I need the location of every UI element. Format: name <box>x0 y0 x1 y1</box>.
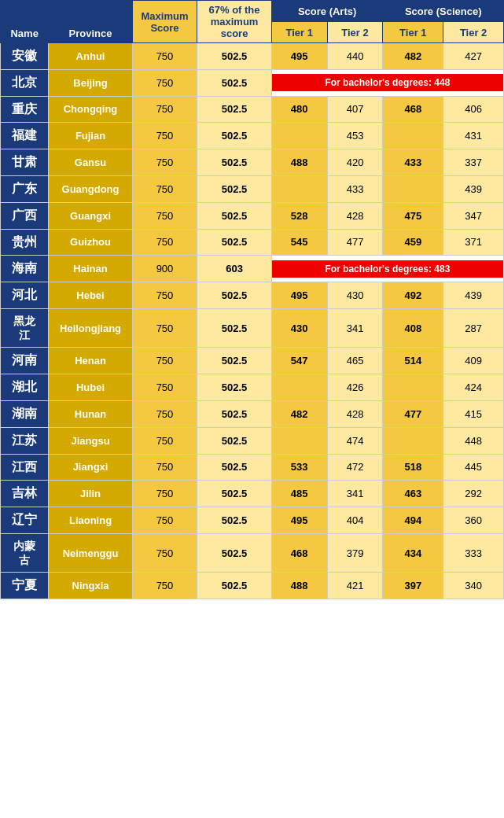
cell-province: Beijing <box>49 69 132 96</box>
cell-sci-tier2: 360 <box>443 507 504 534</box>
cell-sci-tier1: 434 <box>383 533 443 572</box>
cell-max-score: 750 <box>132 229 197 256</box>
cell-max-score: 750 <box>132 454 197 481</box>
cell-arts-tier2: 474 <box>327 427 383 454</box>
cell-max-score: 750 <box>132 96 197 123</box>
cell-arts-tier2: 379 <box>327 533 383 572</box>
cell-province: Hubei <box>49 374 132 401</box>
cell-sci-tier1: 468 <box>383 96 443 123</box>
cell-name: 吉林 <box>1 481 49 507</box>
cell-sci-tier2: 337 <box>443 149 504 176</box>
cell-name: 广西 <box>1 202 49 229</box>
cell-max-score: 750 <box>132 149 197 176</box>
cell-sci-tier2: 445 <box>443 454 504 481</box>
cell-province: Ningxia <box>49 573 132 599</box>
cell-name: 江苏 <box>1 427 49 454</box>
cell-sci-tier2: 347 <box>443 202 504 229</box>
cell-arts-tier1: 495 <box>271 43 327 70</box>
cell-sci-tier2: 340 <box>443 573 504 599</box>
cell-sci-tier1: 408 <box>383 308 443 347</box>
cell-pct67: 502.5 <box>197 533 271 572</box>
cell-province: Hebei <box>49 282 132 309</box>
cell-name: 湖南 <box>1 400 49 427</box>
cell-province: Gansu <box>49 149 132 176</box>
cell-sci-tier2: 448 <box>443 427 504 454</box>
cell-max-score: 750 <box>132 69 197 96</box>
cell-arts-tier1: 495 <box>271 282 327 309</box>
cell-max-score: 750 <box>132 374 197 401</box>
cell-arts-tier1: 488 <box>271 149 327 176</box>
cell-name: 黑龙江 <box>1 308 49 347</box>
cell-arts-tier2: 472 <box>327 454 383 481</box>
header-arts-tier1: Tier 1 <box>271 22 327 43</box>
cell-max-score: 900 <box>132 256 197 282</box>
cell-province: Liaoning <box>49 507 132 534</box>
header-science: Score (Science) <box>383 1 504 22</box>
header-arts-tier2: Tier 2 <box>327 22 383 43</box>
cell-name: 福建 <box>1 123 49 149</box>
cell-arts-tier1 <box>271 123 327 149</box>
cell-max-score: 750 <box>132 282 197 309</box>
cell-max-score: 750 <box>132 533 197 572</box>
cell-max-score: 750 <box>132 202 197 229</box>
cell-pct67: 502.5 <box>197 282 271 309</box>
cell-province: Henan <box>49 348 132 374</box>
cell-name: 河南 <box>1 348 49 374</box>
cell-max-score: 750 <box>132 507 197 534</box>
cell-sci-tier1: 477 <box>383 400 443 427</box>
cell-pct67: 502.5 <box>197 202 271 229</box>
cell-arts-tier1 <box>271 374 327 401</box>
cell-name: 河北 <box>1 282 49 309</box>
cell-max-score: 750 <box>132 400 197 427</box>
cell-pct67: 502.5 <box>197 69 271 96</box>
cell-arts-tier1: 528 <box>271 202 327 229</box>
cell-sci-tier2: 439 <box>443 282 504 309</box>
cell-sci-tier2: 371 <box>443 229 504 256</box>
header-province: Province <box>49 1 132 43</box>
cell-arts-tier2: 428 <box>327 400 383 427</box>
cell-sci-tier1 <box>383 427 443 454</box>
header-max-score: Maximum Score <box>132 1 197 43</box>
cell-sci-tier1: 475 <box>383 202 443 229</box>
header-arts: Score (Arts) <box>271 1 383 22</box>
cell-name: 海南 <box>1 256 49 282</box>
cell-special-banner: For bachelor's degrees: 483 <box>271 256 503 282</box>
cell-sci-tier1 <box>383 175 443 202</box>
header-sci-tier1: Tier 1 <box>383 22 443 43</box>
cell-sci-tier1 <box>383 374 443 401</box>
cell-max-score: 750 <box>132 308 197 347</box>
cell-arts-tier1 <box>271 427 327 454</box>
cell-arts-tier1: 480 <box>271 96 327 123</box>
cell-arts-tier2: 426 <box>327 374 383 401</box>
cell-pct67: 502.5 <box>197 400 271 427</box>
header-name: Name <box>1 1 49 43</box>
cell-sci-tier2: 333 <box>443 533 504 572</box>
cell-arts-tier2: 404 <box>327 507 383 534</box>
cell-max-score: 750 <box>132 481 197 507</box>
cell-province: Fujian <box>49 123 132 149</box>
cell-arts-tier2: 430 <box>327 282 383 309</box>
cell-arts-tier1: 495 <box>271 507 327 534</box>
cell-arts-tier1: 533 <box>271 454 327 481</box>
cell-pct67: 502.5 <box>197 149 271 176</box>
cell-name: 内蒙古 <box>1 533 49 572</box>
cell-pct67: 502.5 <box>197 229 271 256</box>
cell-name: 安徽 <box>1 43 49 70</box>
cell-arts-tier2: 453 <box>327 123 383 149</box>
cell-arts-tier2: 341 <box>327 481 383 507</box>
cell-arts-tier2: 465 <box>327 348 383 374</box>
cell-province: Jiangsu <box>49 427 132 454</box>
cell-pct67: 502.5 <box>197 308 271 347</box>
cell-province: Chongqing <box>49 96 132 123</box>
cell-sci-tier1: 459 <box>383 229 443 256</box>
cell-sci-tier1: 492 <box>383 282 443 309</box>
cell-sci-tier1: 397 <box>383 573 443 599</box>
cell-sci-tier1 <box>383 123 443 149</box>
cell-province: Guangdong <box>49 175 132 202</box>
cell-pct67: 502.5 <box>197 123 271 149</box>
cell-sci-tier2: 431 <box>443 123 504 149</box>
cell-arts-tier1: 488 <box>271 573 327 599</box>
cell-pct67: 502.5 <box>197 348 271 374</box>
cell-sci-tier1: 514 <box>383 348 443 374</box>
cell-arts-tier2: 420 <box>327 149 383 176</box>
